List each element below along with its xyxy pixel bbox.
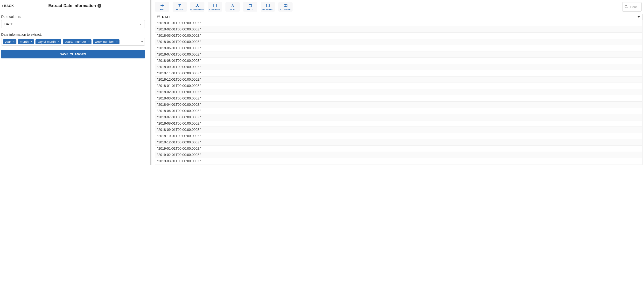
tag-label: quarter number	[65, 40, 86, 44]
search-icon	[624, 5, 628, 9]
toolbar-date-button[interactable]: DATE	[243, 2, 257, 12]
toolbar-button-label: ADD	[160, 8, 164, 10]
svg-point-17	[625, 5, 627, 8]
tag-label: week number	[95, 40, 114, 44]
svg-point-2	[197, 4, 198, 4]
table-cell[interactable]: "2018-12-01T00:00:00.000Z"	[155, 76, 642, 83]
back-label: BACK	[4, 4, 14, 8]
date-icon	[248, 4, 252, 8]
combine-icon	[284, 4, 288, 8]
search-box[interactable]	[622, 2, 642, 12]
transform-toolbar: ADDFILTERAGGREGATECOMPUTETEXTDATERESHAPE…	[152, 0, 644, 14]
table-cell[interactable]: "2018-07-01T00:00:00.000Z"	[155, 52, 642, 58]
tag-label: year	[5, 40, 11, 44]
column-header-label: DATE	[162, 15, 171, 19]
date-column-label: Date column:	[1, 15, 145, 18]
toolbar-button-label: COMPUTE	[209, 8, 220, 10]
svg-rect-11	[249, 4, 250, 4]
chevron-left-icon: ‹	[2, 4, 3, 8]
tag-label: month	[20, 40, 28, 44]
table-cell[interactable]: "2019-04-01T00:00:00.000Z"	[155, 164, 642, 165]
toolbar-filter-button[interactable]: FILTER	[172, 2, 187, 12]
table-cell[interactable]: "2018-02-01T00:00:00.000Z"	[155, 89, 642, 95]
aggregate-icon	[196, 4, 200, 8]
text-icon	[231, 4, 234, 8]
chevron-down-icon	[140, 24, 142, 25]
toolbar-button-label: FILTER	[176, 8, 184, 10]
extract-info-label: Date information to extract:	[1, 32, 145, 36]
table-cell[interactable]: "2018-11-01T00:00:00.000Z"	[155, 70, 642, 76]
toolbar-button-label: COMBINE	[280, 8, 291, 10]
toolbar-button-label: TEXT	[230, 8, 236, 10]
svg-rect-13	[249, 5, 251, 7]
table-cell[interactable]: "2018-06-01T00:00:00.000Z"	[155, 108, 642, 114]
tag-remove-icon[interactable]: ✕	[58, 40, 60, 43]
tag-remove-icon[interactable]: ✕	[30, 40, 32, 43]
table-cell[interactable]: "2019-01-01T00:00:00.000Z"	[155, 146, 642, 152]
tag-label: day of month	[38, 40, 56, 44]
tag-remove-icon[interactable]: ✕	[13, 40, 15, 43]
column-header[interactable]: DATE	[155, 14, 642, 20]
extract-info-multiselect[interactable]: year✕month✕day of month✕quarter number✕w…	[1, 38, 145, 46]
filter-icon	[178, 4, 182, 8]
toolbar-button-label: RESHAPE	[262, 8, 273, 10]
tag-week-number: week number✕	[93, 39, 119, 44]
table-cell[interactable]: "2018-04-01T00:00:00.000Z"	[155, 39, 642, 45]
panel-header: ‹ BACK Extract Date Information ?	[1, 4, 145, 11]
date-column-value: DATE	[4, 22, 13, 26]
back-button[interactable]: ‹ BACK	[1, 4, 14, 8]
table-cell[interactable]: "2018-10-01T00:00:00.000Z"	[155, 133, 642, 139]
tag-year: year✕	[3, 39, 16, 44]
data-panel: ADDFILTERAGGREGATECOMPUTETEXTDATERESHAPE…	[152, 0, 644, 165]
table-cell[interactable]: "2019-02-01T00:00:00.000Z"	[155, 152, 642, 158]
toolbar-button-label: AGGREGATE	[190, 8, 204, 10]
reshape-icon	[266, 4, 270, 8]
svg-line-18	[627, 7, 628, 8]
config-panel: ‹ BACK Extract Date Information ? Date c…	[0, 0, 150, 165]
table-cell[interactable]: "2018-01-01T00:00:00.000Z"	[155, 20, 642, 26]
chevron-down-icon[interactable]	[638, 16, 640, 18]
data-table: DATE "2018-01-01T00:00:00.000Z""2018-02-…	[152, 14, 644, 165]
panel-title: Extract Date Information ?	[48, 4, 101, 8]
svg-rect-12	[251, 4, 251, 4]
panel-resize-handle[interactable]	[150, 0, 152, 165]
search-input[interactable]	[630, 5, 640, 9]
svg-rect-5	[214, 4, 216, 7]
chevron-down-icon	[141, 41, 143, 42]
svg-rect-15	[284, 4, 286, 6]
svg-rect-16	[285, 4, 287, 6]
panel-title-text: Extract Date Information	[48, 4, 96, 8]
toolbar-button-label: DATE	[247, 8, 253, 10]
table-cell[interactable]: "2018-04-01T00:00:00.000Z"	[155, 102, 642, 108]
toolbar-compute-button[interactable]: COMPUTE	[208, 2, 222, 12]
compute-icon	[213, 4, 217, 8]
table-cell[interactable]: "2018-09-01T00:00:00.000Z"	[155, 64, 642, 70]
table-cell[interactable]: "2018-03-01T00:00:00.000Z"	[155, 32, 642, 39]
toolbar-text-button[interactable]: TEXT	[226, 2, 240, 12]
tag-month: month✕	[18, 39, 34, 44]
table-cell[interactable]: "2018-06-01T00:00:00.000Z"	[155, 45, 642, 52]
toolbar-add-button[interactable]: ADD	[155, 2, 169, 12]
table-cell[interactable]: "2018-02-01T00:00:00.000Z"	[155, 26, 642, 32]
toolbar-reshape-button[interactable]: RESHAPE	[261, 2, 275, 12]
table-cell[interactable]: "2018-08-01T00:00:00.000Z"	[155, 58, 642, 64]
svg-rect-19	[158, 16, 160, 18]
table-cell[interactable]: "2018-08-01T00:00:00.000Z"	[155, 120, 642, 127]
tag-quarter-number: quarter number✕	[63, 39, 92, 44]
table-cell[interactable]: "2019-03-01T00:00:00.000Z"	[155, 158, 642, 164]
table-cell[interactable]: "2018-09-01T00:00:00.000Z"	[155, 127, 642, 133]
tag-remove-icon[interactable]: ✕	[88, 40, 90, 43]
date-column-select[interactable]: DATE	[1, 20, 145, 28]
toolbar-aggregate-button[interactable]: AGGREGATE	[190, 2, 204, 12]
svg-rect-1	[160, 5, 164, 6]
table-cell[interactable]: "2018-03-01T00:00:00.000Z"	[155, 95, 642, 102]
help-icon[interactable]: ?	[98, 4, 102, 8]
save-changes-button[interactable]: SAVE CHANGES	[1, 50, 145, 58]
toolbar-combine-button[interactable]: COMBINE	[278, 2, 292, 12]
tag-remove-icon[interactable]: ✕	[116, 40, 118, 43]
table-cell[interactable]: "2018-12-01T00:00:00.000Z"	[155, 139, 642, 146]
table-cell[interactable]: "2018-07-01T00:00:00.000Z"	[155, 114, 642, 120]
tag-day-of-month: day of month✕	[36, 39, 61, 44]
calendar-icon	[157, 15, 160, 19]
table-cell[interactable]: "2018-01-01T00:00:00.000Z"	[155, 83, 642, 89]
